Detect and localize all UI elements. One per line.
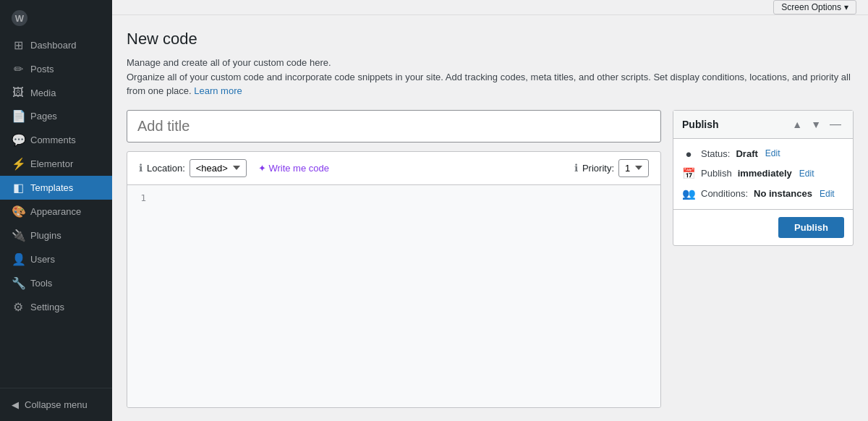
publish-status-row: ● Status: Draft Edit — [682, 148, 844, 160]
conditions-edit-link[interactable]: Edit — [820, 189, 835, 199]
write-ai-button[interactable]: ✦ Write me code — [258, 163, 329, 174]
sidebar-logo: W — [0, 0, 112, 33]
sidebar-item-plugins[interactable]: 🔌 Plugins — [0, 224, 112, 247]
sidebar-item-comments[interactable]: 💬 Comments — [0, 128, 112, 152]
page-description: Manage and create all of your custom cod… — [127, 56, 854, 98]
publish-collapse-down-button[interactable]: ▼ — [808, 116, 824, 132]
publish-footer: Publish — [673, 209, 853, 245]
publish-time-value: immediately — [738, 168, 792, 179]
priority-group: ℹ Priority: 1 2 3 4 5 — [574, 159, 649, 177]
sidebar-item-label: Tools — [30, 278, 52, 289]
sidebar-item-label: Templates — [30, 182, 73, 193]
sidebar-item-label: Appearance — [30, 206, 81, 217]
sidebar-item-label: Elementor — [30, 158, 73, 169]
editor-area: ℹ Location: <head> <body> footer ✦ Write… — [127, 110, 661, 408]
status-edit-link[interactable]: Edit — [765, 148, 780, 158]
publish-button[interactable]: Publish — [778, 217, 844, 238]
sidebar-item-tools[interactable]: 🔧 Tools — [0, 271, 112, 295]
main-area: Screen Options ▾ New code Manage and cre… — [112, 0, 868, 421]
conditions-value: No instances — [754, 188, 812, 199]
location-group: ℹ Location: <head> <body> footer — [139, 159, 247, 177]
elementor-icon: ⚡ — [12, 157, 25, 171]
location-label: Location: — [147, 163, 185, 174]
sidebar-item-templates[interactable]: ◧ Templates — [0, 176, 112, 200]
sidebar-bottom: ◀ Collapse menu — [0, 388, 112, 421]
title-input[interactable] — [127, 110, 661, 143]
code-textarea[interactable] — [153, 191, 655, 401]
editor-layout: ℹ Location: <head> <body> footer ✦ Write… — [127, 110, 854, 408]
publish-close-button[interactable]: — — [827, 116, 844, 132]
pages-icon: 📄 — [12, 109, 25, 123]
sidebar-item-users[interactable]: 👤 Users — [0, 247, 112, 271]
status-icon: ● — [682, 148, 695, 160]
publish-sidebar: Publish ▲ ▼ — ● Status: Draft — [673, 110, 854, 246]
sidebar-item-label: Dashboard — [30, 40, 77, 51]
line-numbers: 1 — [127, 191, 153, 401]
collapse-icon: ◀ — [12, 399, 19, 410]
status-value: Draft — [736, 148, 757, 159]
wordpress-icon: W — [12, 10, 27, 26]
publish-time-edit-link[interactable]: Edit — [799, 169, 814, 179]
content-area: New code Manage and create all of your c… — [112, 15, 868, 421]
media-icon: 🖼 — [12, 86, 25, 99]
sidebar-item-label: Comments — [30, 135, 76, 145]
posts-icon: ✏ — [12, 62, 25, 76]
sidebar-item-pages[interactable]: 📄 Pages — [0, 104, 112, 128]
sidebar-item-label: Media — [30, 88, 56, 98]
publish-box-title: Publish — [682, 119, 719, 130]
sidebar-item-media[interactable]: 🖼 Media — [0, 81, 112, 104]
sidebar-item-elementor[interactable]: ⚡ Elementor — [0, 152, 112, 176]
page-description-line1: Manage and create all of your custom cod… — [127, 56, 854, 70]
publish-body: ● Status: Draft Edit 📅 Publish immediate… — [673, 139, 853, 209]
publish-box: Publish ▲ ▼ — ● Status: Draft — [673, 110, 854, 246]
publish-collapse-up-button[interactable]: ▲ — [789, 116, 805, 132]
publish-conditions-row: 👥 Conditions: No instances Edit — [682, 187, 844, 200]
users-icon: 👤 — [12, 252, 25, 266]
location-info-icon: ℹ — [139, 162, 142, 174]
sidebar-item-posts[interactable]: ✏ Posts — [0, 57, 112, 81]
publish-header-icons: ▲ ▼ — — [789, 116, 844, 132]
sidebar-item-appearance[interactable]: 🎨 Appearance — [0, 200, 112, 224]
appearance-icon: 🎨 — [12, 205, 25, 218]
topbar: Screen Options ▾ — [112, 0, 868, 15]
sidebar-item-label: Users — [30, 254, 55, 265]
status-label: Status: — [701, 148, 730, 159]
settings-icon: ⚙ — [12, 300, 25, 314]
collapse-menu-button[interactable]: ◀ Collapse menu — [12, 396, 101, 414]
conditions-icon: 👥 — [682, 187, 695, 200]
code-panel: ℹ Location: <head> <body> footer ✦ Write… — [127, 151, 661, 408]
sidebar-item-label: Settings — [30, 302, 64, 312]
page-title: New code — [127, 30, 854, 48]
location-select[interactable]: <head> <body> footer — [190, 159, 247, 177]
sidebar-item-label: Pages — [30, 111, 57, 122]
publish-header: Publish ▲ ▼ — — [673, 111, 853, 139]
sidebar-nav: ⊞ Dashboard ✏ Posts 🖼 Media 📄 Pages 💬 Co… — [0, 33, 112, 388]
screen-options-button[interactable]: Screen Options ▾ — [773, 0, 856, 14]
publish-time-row: 📅 Publish immediately Edit — [682, 167, 844, 180]
dashboard-icon: ⊞ — [12, 38, 25, 52]
code-editor-area: 1 — [127, 185, 660, 407]
conditions-label: Conditions: — [701, 188, 748, 199]
priority-select[interactable]: 1 2 3 4 5 — [618, 159, 649, 177]
screen-options-label: Screen Options — [781, 2, 841, 12]
learn-more-link[interactable]: Learn more — [194, 85, 242, 96]
sidebar-item-dashboard[interactable]: ⊞ Dashboard — [0, 33, 112, 57]
code-toolbar: ℹ Location: <head> <body> footer ✦ Write… — [127, 152, 660, 185]
sidebar-item-label: Posts — [30, 64, 54, 75]
calendar-icon: 📅 — [682, 167, 695, 180]
page-description-line2: Organize all of your custom code and inc… — [127, 70, 854, 98]
sidebar-item-settings[interactable]: ⚙ Settings — [0, 295, 112, 319]
publish-time-label: Publish — [701, 168, 732, 179]
tools-icon: 🔧 — [12, 276, 25, 290]
sidebar: W ⊞ Dashboard ✏ Posts 🖼 Media 📄 Pages 💬 … — [0, 0, 112, 421]
plugins-icon: 🔌 — [12, 229, 25, 242]
screen-options-arrow-icon: ▾ — [844, 2, 848, 12]
priority-label: Priority: — [582, 163, 614, 174]
templates-icon: ◧ — [12, 181, 25, 195]
sidebar-item-label: Plugins — [30, 230, 61, 241]
priority-info-icon: ℹ — [574, 162, 578, 174]
comments-icon: 💬 — [12, 133, 25, 147]
write-ai-label: ✦ Write me code — [258, 163, 329, 174]
collapse-label: Collapse menu — [25, 399, 88, 410]
